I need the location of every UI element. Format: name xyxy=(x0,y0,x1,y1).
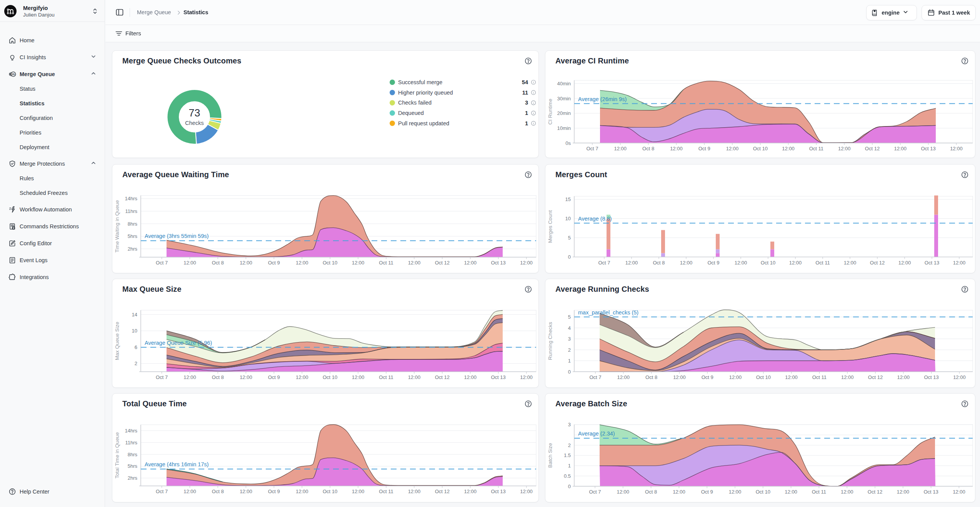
svg-text:10: 10 xyxy=(565,216,571,221)
svg-text:5hrs: 5hrs xyxy=(128,233,138,239)
svg-text:12:00: 12:00 xyxy=(464,489,477,494)
svg-text:Oct 12: Oct 12 xyxy=(865,146,880,151)
svg-text:12:00: 12:00 xyxy=(673,489,685,495)
svg-text:54: 54 xyxy=(522,79,528,85)
svg-text:1: 1 xyxy=(525,110,528,116)
svg-text:2: 2 xyxy=(568,347,571,353)
svg-text:0: 0 xyxy=(568,484,571,489)
svg-text:12:00: 12:00 xyxy=(464,260,477,266)
svg-text:Oct 12: Oct 12 xyxy=(868,489,882,495)
svg-text:6: 6 xyxy=(135,344,137,350)
svg-text:11: 11 xyxy=(522,90,528,96)
svg-text:Oct 11: Oct 11 xyxy=(379,489,393,494)
svg-text:40min: 40min xyxy=(557,81,571,86)
svg-text:2hrs: 2hrs xyxy=(128,246,138,252)
svg-text:1: 1 xyxy=(568,358,571,364)
svg-text:Oct 12: Oct 12 xyxy=(870,260,885,266)
svg-text:Oct 10: Oct 10 xyxy=(756,489,770,495)
svg-text:2: 2 xyxy=(135,361,137,366)
svg-text:12:00: 12:00 xyxy=(617,489,630,495)
svg-text:12:00: 12:00 xyxy=(841,374,854,380)
svg-text:12:00: 12:00 xyxy=(520,489,533,494)
svg-text:11hrs: 11hrs xyxy=(125,208,137,214)
svg-text:Oct 11: Oct 11 xyxy=(812,374,827,380)
svg-text:12:00: 12:00 xyxy=(785,374,798,380)
svg-text:12:00: 12:00 xyxy=(296,489,308,494)
svg-text:Average (26min 9s): Average (26min 9s) xyxy=(578,96,627,102)
svg-text:12:00: 12:00 xyxy=(625,260,638,266)
svg-text:12:00: 12:00 xyxy=(464,374,477,380)
svg-text:Oct 11: Oct 11 xyxy=(379,374,393,380)
svg-text:12:00: 12:00 xyxy=(897,374,910,380)
svg-text:Oct 7: Oct 7 xyxy=(156,489,168,494)
svg-text:2hrs: 2hrs xyxy=(128,475,138,481)
svg-text:12:00: 12:00 xyxy=(950,146,963,151)
svg-text:Oct 10: Oct 10 xyxy=(323,374,337,380)
svg-text:12:00: 12:00 xyxy=(352,260,365,266)
svg-text:Average (3hrs 55min 59s): Average (3hrs 55min 59s) xyxy=(145,233,209,239)
svg-text:Average (8.8): Average (8.8) xyxy=(578,216,612,222)
svg-text:12:00: 12:00 xyxy=(680,260,693,266)
svg-text:Oct 10: Oct 10 xyxy=(323,489,337,494)
svg-text:Oct 7: Oct 7 xyxy=(589,489,601,495)
svg-text:CI Runtime: CI Runtime xyxy=(547,99,553,125)
svg-text:12:00: 12:00 xyxy=(735,260,747,266)
svg-text:Oct 11: Oct 11 xyxy=(815,260,830,266)
svg-text:Oct 9: Oct 9 xyxy=(268,489,280,494)
svg-text:Oct 9: Oct 9 xyxy=(702,374,713,380)
svg-text:12:00: 12:00 xyxy=(844,260,857,266)
svg-text:Oct 9: Oct 9 xyxy=(268,260,280,266)
svg-text:12:00: 12:00 xyxy=(838,146,851,151)
svg-text:Oct 12: Oct 12 xyxy=(435,374,450,380)
svg-text:12:00: 12:00 xyxy=(408,374,421,380)
svg-text:12:00: 12:00 xyxy=(614,146,627,151)
svg-text:3: 3 xyxy=(568,422,571,427)
svg-text:12:00: 12:00 xyxy=(240,374,252,380)
svg-text:20min: 20min xyxy=(557,110,571,116)
svg-text:12:00: 12:00 xyxy=(240,489,252,494)
svg-text:8hrs: 8hrs xyxy=(128,221,138,227)
svg-text:Oct 11: Oct 11 xyxy=(809,146,823,151)
svg-text:12:00: 12:00 xyxy=(897,489,910,495)
svg-text:0: 0 xyxy=(568,369,571,375)
svg-text:1: 1 xyxy=(525,120,528,126)
svg-text:8hrs: 8hrs xyxy=(128,452,138,457)
svg-text:2: 2 xyxy=(568,442,571,448)
svg-text:Oct 11: Oct 11 xyxy=(812,489,826,495)
svg-text:12:00: 12:00 xyxy=(352,489,365,494)
svg-text:Oct 8: Oct 8 xyxy=(645,374,657,380)
svg-text:12:00: 12:00 xyxy=(183,260,196,266)
svg-text:0s: 0s xyxy=(565,140,571,146)
svg-text:Oct 12: Oct 12 xyxy=(435,260,450,266)
svg-text:Oct 13: Oct 13 xyxy=(921,146,935,151)
svg-text:Max Queue Size: Max Queue Size xyxy=(114,322,120,360)
svg-text:Oct 9: Oct 9 xyxy=(268,374,280,380)
svg-text:12:00: 12:00 xyxy=(673,374,686,380)
svg-text:Oct 13: Oct 13 xyxy=(491,374,505,380)
svg-text:14: 14 xyxy=(132,312,137,317)
svg-text:Dequeued: Dequeued xyxy=(398,110,424,116)
svg-text:Oct 13: Oct 13 xyxy=(924,374,938,380)
svg-text:Average (2.34): Average (2.34) xyxy=(578,431,615,437)
svg-text:Oct 7: Oct 7 xyxy=(156,374,168,380)
svg-text:Oct 7: Oct 7 xyxy=(589,374,601,380)
svg-text:Oct 8: Oct 8 xyxy=(212,260,224,266)
svg-text:14hrs: 14hrs xyxy=(125,196,137,201)
svg-text:Oct 8: Oct 8 xyxy=(642,146,654,151)
svg-text:Oct 9: Oct 9 xyxy=(698,146,710,151)
svg-text:Pull request updated: Pull request updated xyxy=(398,120,449,126)
svg-text:Merges Count: Merges Count xyxy=(547,210,553,243)
svg-text:12:00: 12:00 xyxy=(789,260,802,266)
svg-text:12:00: 12:00 xyxy=(894,146,907,151)
svg-text:12:00: 12:00 xyxy=(520,374,533,380)
svg-text:12:00: 12:00 xyxy=(785,489,797,495)
svg-text:12:00: 12:00 xyxy=(183,489,196,494)
svg-text:0.5: 0.5 xyxy=(564,473,571,479)
svg-text:m: m xyxy=(12,72,15,76)
svg-text:3: 3 xyxy=(568,336,571,342)
svg-text:Oct 12: Oct 12 xyxy=(868,374,883,380)
svg-text:12:00: 12:00 xyxy=(520,260,533,266)
svg-text:Oct 10: Oct 10 xyxy=(756,374,771,380)
svg-text:12:00: 12:00 xyxy=(352,374,365,380)
svg-text:0: 0 xyxy=(568,254,571,260)
